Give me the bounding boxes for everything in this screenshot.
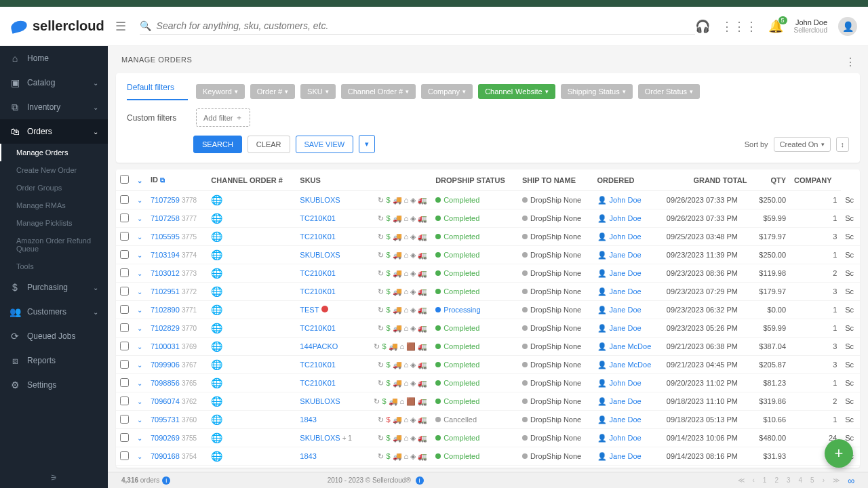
- search-input[interactable]: [157, 20, 695, 31]
- table-row[interactable]: ⌄ 7090168 3754 🌐 1843 ↻ $ 🚚 ⌂ ◈ 🚛 Comple…: [116, 447, 860, 466]
- select-all-checkbox[interactable]: [120, 175, 129, 184]
- table-row[interactable]: ⌄ 7090062 3753 🌐 RONGTA72 ↻ $ 🚚 ⌂ 🟫 🚛 Co…: [116, 466, 860, 468]
- row-checkbox[interactable]: [120, 287, 129, 296]
- user-menu[interactable]: John Doe Sellercloud: [794, 18, 827, 34]
- expand-row-icon[interactable]: ⌄: [137, 343, 142, 350]
- filter-icon[interactable]: ⚞: [50, 473, 58, 483]
- sku-link[interactable]: TC210K01: [300, 324, 336, 332]
- filter-pill-company[interactable]: Company ▾: [421, 84, 473, 99]
- filter-pill-sku[interactable]: SKU ▾: [300, 84, 336, 99]
- expand-row-icon[interactable]: ⌄: [137, 233, 142, 241]
- row-checkbox[interactable]: [120, 214, 129, 222]
- sidebar-subitem-create-new-order[interactable]: Create New Order: [0, 161, 108, 179]
- sidebar-subitem-amazon-order-refund-queue[interactable]: Amazon Order Refund Queue: [0, 232, 108, 258]
- table-row[interactable]: ⌄ 7105595 3775 🌐 TC210K01 ↻ $ 🚚 ⌂ ◈ 🚛 Co…: [116, 228, 860, 246]
- sidebar-subitem-manage-picklists[interactable]: Manage Picklists: [0, 214, 108, 232]
- ship-to-link[interactable]: Jane Doe: [610, 452, 642, 460]
- table-row[interactable]: ⌄ 7102951 3772 🌐 TC210K01 ↻ $ 🚚 ⌂ ◈ 🚛 Co…: [116, 283, 860, 301]
- order-id-link[interactable]: 7096074: [151, 397, 180, 405]
- default-filters-tab[interactable]: Default filters: [127, 83, 188, 100]
- sku-link[interactable]: TC210K01: [300, 232, 336, 241]
- sort-select[interactable]: Created On ▾: [774, 137, 831, 152]
- table-row[interactable]: ⌄ 7096074 3762 🌐 SKUBLOXS ↻ $ 🚚 ⌂ 🟫 🚛 Co…: [116, 392, 860, 411]
- expand-row-icon[interactable]: ⌄: [137, 325, 142, 332]
- ship-to-link[interactable]: Jane Doe: [610, 397, 642, 405]
- table-row[interactable]: ⌄ 7107258 3777 🌐 TC210K01 ↻ $ 🚚 ⌂ ◈ 🚛 Co…: [116, 209, 860, 228]
- add-button[interactable]: +: [825, 439, 853, 468]
- order-id-link[interactable]: 7095731: [151, 415, 180, 424]
- ship-to-link[interactable]: Jane Doe: [610, 415, 642, 424]
- pagination[interactable]: ≪‹12345›≫: [738, 476, 840, 484]
- ship-to-link[interactable]: John Doe: [610, 214, 642, 222]
- filter-pill-channel[interactable]: Channel Website ▾: [478, 84, 555, 99]
- row-checkbox[interactable]: [120, 433, 129, 442]
- notifications-icon[interactable]: 🔔5: [768, 19, 783, 34]
- order-id-link[interactable]: 7102951: [151, 287, 180, 296]
- table-row[interactable]: ⌄ 7095731 3760 🌐 1843 ↻ $ 🚚 ⌂ ◈ 🚛 Cancel…: [116, 411, 860, 429]
- expand-row-icon[interactable]: ⌄: [137, 270, 142, 277]
- ship-to-link[interactable]: John Doe: [610, 232, 642, 241]
- table-row[interactable]: ⌄ 7098856 3765 🌐 TC210K01 ↻ $ 🚚 ⌂ ◈ 🚛 Co…: [116, 374, 860, 392]
- expand-row-icon[interactable]: ⌄: [137, 306, 142, 314]
- expand-row-icon[interactable]: ⌄: [137, 398, 142, 405]
- add-filter-button[interactable]: Add filter ＋: [196, 108, 250, 127]
- filter-pill-shipping-status[interactable]: Shipping Status ▾: [561, 84, 633, 99]
- column-header[interactable]: QTY: [751, 169, 790, 191]
- order-id-link[interactable]: 7103194: [151, 251, 180, 259]
- table-row[interactable]: ⌄ 7099906 3767 🌐 TC210K01 ↻ $ 🚚 ⌂ ◈ 🚛 Co…: [116, 356, 860, 374]
- sidebar-item-queued-jobs[interactable]: ⟳Queued Jobs: [0, 324, 108, 348]
- ship-to-link[interactable]: Jane Doe: [610, 324, 642, 332]
- sku-link[interactable]: TC210K01: [300, 379, 336, 387]
- sku-link[interactable]: 1843: [300, 452, 316, 460]
- sku-link[interactable]: 1843: [300, 415, 316, 424]
- sidebar-subitem-manage-rmas[interactable]: Manage RMAs: [0, 197, 108, 214]
- column-header[interactable]: [363, 169, 431, 191]
- ship-to-link[interactable]: John Doe: [610, 379, 642, 387]
- ship-to-link[interactable]: Jane McDoe: [610, 342, 652, 350]
- menu-toggle-icon[interactable]: ☰: [115, 19, 126, 34]
- sku-link[interactable]: SKUBLOXS: [300, 196, 340, 204]
- filter-pill-order-status[interactable]: Order Status ▾: [638, 84, 700, 99]
- ship-to-link[interactable]: Jane Doe: [610, 269, 642, 277]
- row-checkbox[interactable]: [120, 378, 129, 387]
- order-id-link[interactable]: 7098856: [151, 379, 180, 387]
- save-view-button[interactable]: SAVE VIEW: [296, 136, 354, 153]
- expand-row-icon[interactable]: ⌄: [137, 434, 142, 442]
- row-checkbox[interactable]: [120, 342, 129, 350]
- column-header[interactable]: ORDERED: [593, 169, 663, 191]
- expand-row-icon[interactable]: ⌄: [137, 215, 142, 222]
- info-icon[interactable]: i: [416, 476, 424, 485]
- order-id-link[interactable]: 7107259: [151, 196, 180, 204]
- row-checkbox[interactable]: [120, 396, 129, 405]
- support-icon[interactable]: 🎧: [695, 19, 710, 34]
- sku-link[interactable]: TC210K01: [300, 287, 336, 296]
- expand-row-icon[interactable]: ⌄: [137, 251, 142, 259]
- column-header[interactable]: SKUS: [296, 169, 363, 191]
- sku-link[interactable]: SKUBLOXS: [300, 434, 340, 442]
- expand-row-icon[interactable]: ⌄: [137, 197, 142, 204]
- page-actions-icon[interactable]: ⋮: [845, 56, 856, 68]
- order-id-link[interactable]: 7102829: [151, 324, 180, 332]
- sidebar-subitem-manage-orders[interactable]: Manage Orders: [0, 144, 108, 161]
- column-header[interactable]: SHIP TO NAME: [518, 169, 593, 191]
- sku-link[interactable]: SKUBLOXS: [300, 251, 340, 259]
- ship-to-link[interactable]: John Doe: [610, 196, 642, 204]
- sku-link[interactable]: 144PACKO: [300, 342, 338, 350]
- row-checkbox[interactable]: [120, 415, 129, 424]
- filter-pill-channel-order-[interactable]: Channel Order # ▾: [341, 84, 416, 99]
- sort-direction-button[interactable]: ↕: [836, 137, 850, 152]
- order-id-link[interactable]: 7102890: [151, 306, 180, 314]
- chevron-down-icon[interactable]: ⌄: [137, 177, 142, 184]
- row-checkbox[interactable]: [120, 323, 129, 332]
- global-search[interactable]: 🔍: [140, 18, 695, 35]
- expand-row-icon[interactable]: ⌄: [137, 416, 142, 424]
- sidebar-item-catalog[interactable]: ▣Catalog⌄: [0, 70, 108, 95]
- sidebar-subitem-tools[interactable]: Tools: [0, 258, 108, 275]
- expand-row-icon[interactable]: ⌄: [137, 288, 142, 296]
- order-id-link[interactable]: 7090168: [151, 452, 180, 460]
- column-header[interactable]: GRAND TOTAL: [663, 169, 751, 191]
- sidebar-item-orders[interactable]: 🛍Orders⌄: [0, 119, 108, 144]
- order-id-link[interactable]: 7107258: [151, 214, 180, 222]
- sidebar-subitem-order-groups[interactable]: Order Groups: [0, 179, 108, 197]
- sidebar-item-inventory[interactable]: ⧉Inventory⌄: [0, 95, 108, 119]
